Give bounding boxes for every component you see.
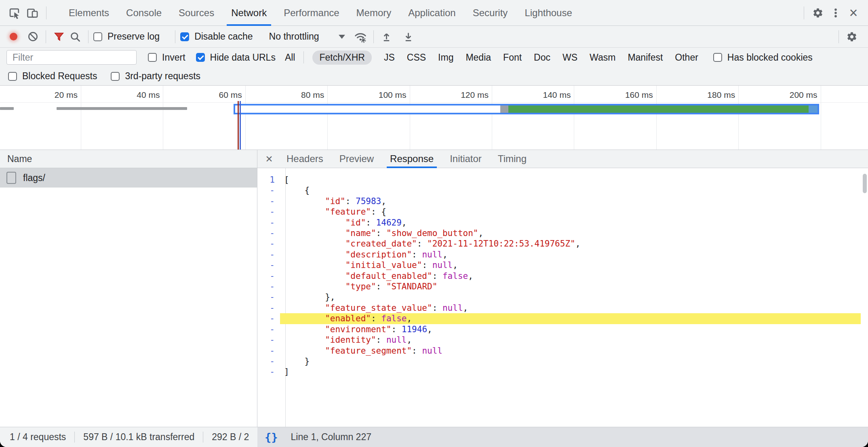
detail-tab-preview[interactable]: Preview (331, 150, 382, 168)
line-number: - (257, 292, 280, 302)
inspect-icon[interactable] (6, 4, 23, 22)
tab-application[interactable]: Application (400, 0, 464, 26)
line-number: - (257, 260, 280, 270)
filter-type-other[interactable]: Other (675, 52, 698, 63)
tab-performance[interactable]: Performance (275, 0, 348, 26)
search-icon[interactable] (67, 29, 83, 45)
network-overview-timeline[interactable]: 20 ms40 ms60 ms80 ms100 ms120 ms140 ms16… (0, 86, 868, 150)
filter-type-img[interactable]: Img (438, 52, 453, 63)
waterfall-stalled-segment (500, 105, 508, 113)
network-main-area: Name flags/ × HeadersPreviewResponseInit… (0, 150, 868, 427)
line-content: "enabled": false, (280, 313, 861, 324)
timeline-tick-label: 80 ms (301, 90, 324, 100)
filter-type-fetch-xhr[interactable]: Fetch/XHR (312, 51, 371, 65)
name-column-header[interactable]: Name (0, 150, 257, 168)
tab-console[interactable]: Console (118, 0, 170, 26)
timeline-tick-label: 200 ms (790, 90, 817, 100)
response-line: - "type": "STANDARD" (257, 281, 861, 292)
line-content: }, (280, 292, 861, 302)
filter-type-doc[interactable]: Doc (534, 52, 550, 63)
detail-tab-headers[interactable]: Headers (278, 150, 331, 168)
tab-elements[interactable]: Elements (60, 0, 118, 26)
blocked-requests-checkbox[interactable] (8, 72, 17, 81)
timeline-tick-label: 140 ms (543, 90, 571, 100)
status-bar: 1 / 4 requests 597 B / 10.1 kB transferr… (0, 427, 868, 447)
hide-data-urls-label: Hide data URLs (210, 52, 276, 63)
line-content: [ (280, 175, 861, 185)
close-devtools-icon[interactable]: × (845, 4, 862, 22)
invert-checkbox[interactable] (148, 53, 157, 62)
clear-network-log-icon[interactable] (25, 29, 41, 45)
response-line: - "name": "show_demo_button", (257, 228, 861, 238)
throttling-select[interactable]: No throttling (269, 31, 319, 42)
transferred-size: 597 B / 10.1 kB transferred (83, 432, 194, 443)
filter-type-wasm[interactable]: Wasm (590, 52, 615, 63)
tab-sources[interactable]: Sources (170, 0, 223, 26)
preserve-log-checkbox[interactable] (93, 32, 102, 41)
line-number: - (257, 313, 280, 324)
line-content: "id": 14629, (280, 217, 861, 228)
disable-cache-checkbox[interactable] (180, 32, 189, 41)
device-toolbar-icon[interactable] (23, 4, 41, 22)
divider (46, 6, 46, 19)
tab-network[interactable]: Network (223, 0, 275, 26)
line-content: "feature_segment": null (280, 346, 861, 356)
options-bar: Blocked Requests 3rd-party requests (0, 67, 868, 86)
filter-type-all[interactable]: All (285, 52, 295, 63)
timeline-gridline (245, 86, 246, 150)
divider (373, 30, 374, 43)
filter-type-css[interactable]: CSS (407, 52, 426, 63)
filter-type-js[interactable]: JS (384, 52, 395, 63)
line-number: - (257, 249, 280, 260)
filter-bar: Invert Hide data URLs AllFetch/XHRJSCSSI… (0, 48, 868, 67)
waterfall-waiting-segment (235, 105, 500, 113)
hide-data-urls-checkbox[interactable] (196, 53, 205, 62)
kebab-menu-icon[interactable] (827, 4, 845, 22)
waterfall-end-segment (809, 105, 817, 113)
pretty-print-icon[interactable]: {} (265, 431, 278, 443)
line-content: ] (280, 367, 861, 377)
response-line: - "id": 14629, (257, 217, 861, 228)
chevron-down-icon[interactable] (339, 35, 345, 39)
line-number: - (257, 303, 280, 313)
tab-security[interactable]: Security (464, 0, 516, 26)
blocked-requests-label: Blocked Requests (22, 71, 97, 82)
has-blocked-cookies-label: Has blocked cookies (727, 52, 813, 63)
network-settings-gear-icon[interactable] (844, 29, 860, 45)
request-row[interactable]: flags/ (0, 168, 257, 188)
tab-lighthouse[interactable]: Lighthouse (516, 0, 580, 26)
filter-type-media[interactable]: Media (466, 52, 491, 63)
resources-size: 292 B / 2 (212, 432, 249, 443)
timeline-tick-label: 60 ms (219, 90, 242, 100)
filter-type-manifest[interactable]: Manifest (628, 52, 663, 63)
response-line: - "description": null, (257, 249, 861, 260)
filter-input[interactable] (6, 50, 137, 65)
timeline-gridline (327, 86, 328, 150)
detail-tab-response[interactable]: Response (382, 150, 442, 168)
divider (303, 51, 304, 63)
detail-tab-timing[interactable]: Timing (490, 150, 535, 168)
settings-gear-icon[interactable] (809, 4, 827, 22)
response-scrollbar-thumb[interactable] (863, 174, 867, 193)
filter-type-ws[interactable]: WS (563, 52, 577, 63)
record-network-log-button[interactable] (10, 33, 17, 40)
close-detail-pane-icon[interactable]: × (260, 153, 278, 165)
network-conditions-icon[interactable] (352, 29, 369, 45)
line-number: - (257, 185, 280, 196)
network-toolbar: Preserve log Disable cache No throttling (0, 26, 868, 48)
line-number: - (257, 207, 280, 217)
response-line: - "initial_value": null, (257, 260, 861, 270)
line-number: - (257, 281, 280, 292)
divider (175, 30, 175, 43)
response-line: - "feature": { (257, 207, 861, 217)
tab-memory[interactable]: Memory (348, 0, 400, 26)
filter-funnel-icon[interactable] (51, 29, 67, 45)
third-party-checkbox[interactable] (111, 72, 120, 81)
response-line: - "created_date": "2021-11-12T10:22:53.4… (257, 238, 861, 249)
cursor-position: Line 1, Column 227 (291, 432, 371, 443)
export-har-icon[interactable] (400, 29, 417, 45)
import-har-icon[interactable] (379, 29, 395, 45)
detail-tab-initiator[interactable]: Initiator (442, 150, 490, 168)
filter-type-font[interactable]: Font (503, 52, 522, 63)
has-blocked-cookies-checkbox[interactable] (713, 53, 722, 62)
